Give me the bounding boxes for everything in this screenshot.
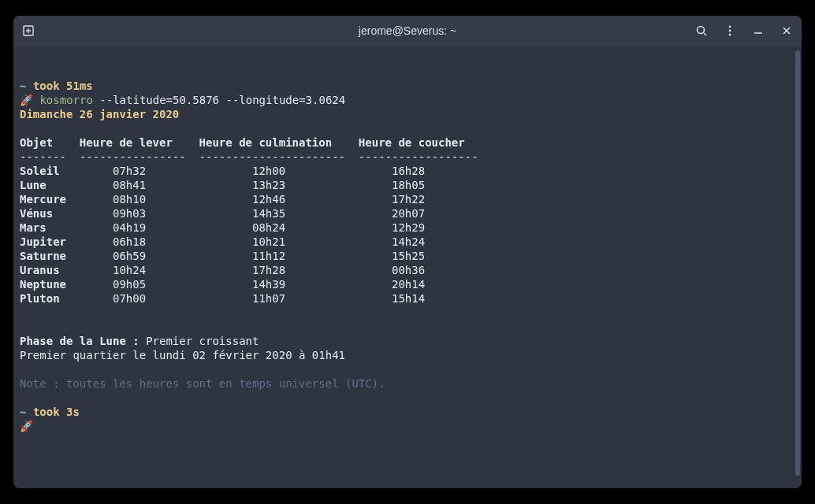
command-name: kosmorro: [39, 94, 92, 106]
moon-next-quarter: Premier quartier le lundi 02 février 202…: [20, 349, 345, 361]
prompt-took-label: took: [33, 406, 60, 418]
search-icon[interactable]: [694, 24, 709, 38]
terminal-window: jerome@Severus: ~ ~ took 51ms 🚀 kosmorro…: [13, 16, 802, 488]
table-separator: ------- ---------------- ---------------…: [20, 150, 478, 163]
terminal-body[interactable]: ~ took 51ms 🚀 kosmorro --latitude=50.587…: [13, 46, 802, 488]
table-row: Mars 04h19 08h24 12h29: [20, 220, 795, 235]
scrollbar[interactable]: [795, 50, 800, 476]
prompt-took-value: 3s: [66, 406, 80, 418]
table-header: Objet Heure de lever Heure de culminatio…: [20, 136, 478, 149]
table-row: Mercure 08h10 12h46 17h22: [20, 192, 795, 206]
table-row: Pluton 07h00 11h07 15h14: [20, 291, 795, 306]
date-heading: Dimanche 26 janvier 2020: [20, 108, 179, 120]
rocket-icon: 🚀: [20, 420, 33, 432]
minimize-button[interactable]: [751, 24, 765, 38]
table-row: Soleil 07h32 12h00 16h28: [20, 164, 795, 178]
svg-point-2: [729, 26, 731, 28]
new-tab-button[interactable]: [21, 24, 35, 38]
table-row: Lune 08h41 13h23 18h05: [20, 178, 795, 192]
table-row: Jupiter 06h18 10h21 14h24: [20, 235, 795, 249]
table-row: Neptune 09h05 14h39 20h14: [20, 277, 795, 291]
window-title: jerome@Severus: ~: [359, 24, 456, 37]
svg-point-1: [698, 27, 705, 34]
prompt-took-label: took: [33, 80, 60, 92]
prompt-took-value: 51ms: [66, 80, 93, 92]
table-row: Vénus 09h03 14h35 20h07: [20, 206, 795, 220]
table-body: Soleil 07h32 12h00 16h28 Lune 08h41 13h2…: [20, 164, 795, 306]
titlebar: jerome@Severus: ~: [13, 16, 802, 46]
command-args: --latitude=50.5876 --longitude=3.0624: [93, 94, 345, 106]
svg-point-3: [729, 30, 731, 32]
close-button[interactable]: [780, 24, 794, 38]
menu-icon[interactable]: [723, 24, 737, 38]
table-row: Uranus 10h24 17h28 00h36: [20, 263, 795, 277]
moon-phase-value: Premier croissant: [146, 335, 259, 347]
rocket-icon: 🚀: [20, 94, 33, 106]
svg-point-4: [729, 34, 731, 36]
table-row: Saturne 06h59 11h12 15h25: [20, 249, 795, 263]
utc-note: Note : toutes les heures sont en temps u…: [20, 377, 385, 390]
moon-phase-label: Phase de la Lune :: [20, 335, 146, 347]
